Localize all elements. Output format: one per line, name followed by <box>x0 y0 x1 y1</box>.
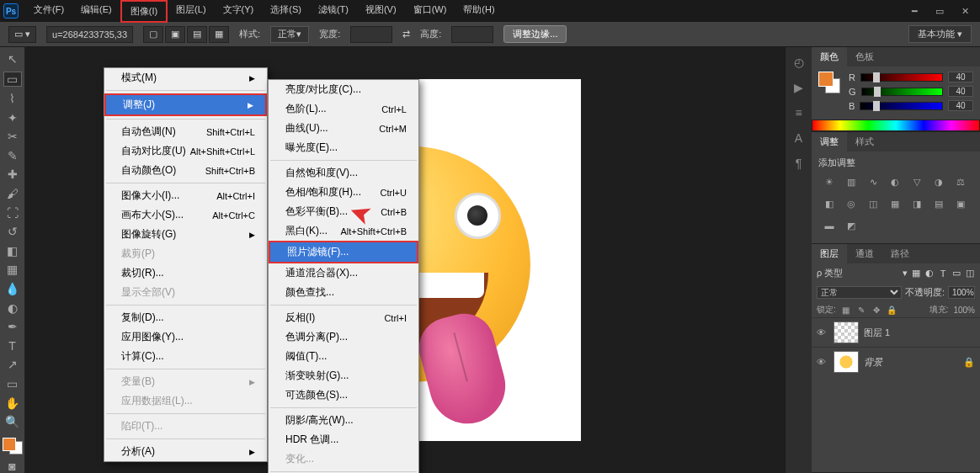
stamp-tool[interactable]: ⛶ <box>3 205 22 220</box>
photofilter-icon[interactable]: ◎ <box>844 196 859 211</box>
opacity-value[interactable]: 100% <box>948 286 975 299</box>
styles-tab[interactable]: 样式 <box>847 132 882 151</box>
blend-mode-select[interactable]: 正常 <box>817 286 902 299</box>
adjust-filter-icon[interactable]: ◐ <box>924 268 935 279</box>
menu-layer[interactable]: 图层(L) <box>168 0 214 23</box>
type-tool[interactable]: T <box>3 339 22 353</box>
poster-icon[interactable]: ▤ <box>931 196 946 211</box>
mixer-icon[interactable]: ◫ <box>865 196 881 211</box>
brush-tool[interactable]: 🖌 <box>3 187 22 201</box>
width-input[interactable] <box>350 26 392 43</box>
menu-help[interactable]: 帮助(H) <box>455 0 503 23</box>
spectrum-bar[interactable] <box>812 120 980 131</box>
menu-auto-tone[interactable]: 自动色调(N)Shift+Ctrl+L <box>104 122 267 141</box>
gradient-tool[interactable]: ▦ <box>3 263 22 277</box>
exposure-icon[interactable]: ◐ <box>887 174 903 189</box>
crop-tool[interactable]: ✂ <box>3 130 22 144</box>
adj-vibrance[interactable]: 自然饱和度(V)... <box>269 163 418 183</box>
g-slider[interactable] <box>861 88 943 96</box>
workspace-switcher[interactable]: 基本功能 ▾ <box>908 25 972 43</box>
invert-icon[interactable]: ◨ <box>909 196 924 211</box>
r-value[interactable] <box>948 72 973 82</box>
channels-tab[interactable]: 通道 <box>847 244 882 263</box>
type-filter-icon[interactable]: T <box>938 268 948 279</box>
pixel-filter-icon[interactable]: ▦ <box>911 268 921 279</box>
zoom-tool[interactable]: 🔍 <box>3 415 22 429</box>
curves-icon[interactable]: ∿ <box>865 174 881 189</box>
balance-icon[interactable]: ⚖ <box>953 174 968 189</box>
lock-pixels-icon[interactable]: ✎ <box>856 305 866 315</box>
menu-edit[interactable]: 编辑(E) <box>72 0 120 23</box>
dodge-tool[interactable]: ◐ <box>3 300 22 315</box>
menu-rotate[interactable]: 图像旋转(G)▶ <box>104 225 267 244</box>
adjustments-tab[interactable]: 调整 <box>812 132 847 151</box>
menu-text[interactable]: 文字(Y) <box>215 0 263 23</box>
selection-add[interactable]: ▣ <box>165 26 185 43</box>
hand-tool[interactable]: ✋ <box>3 396 22 410</box>
adj-threshold[interactable]: 阈值(T)... <box>269 347 418 366</box>
vibrance-icon[interactable]: ▽ <box>909 174 924 189</box>
smart-filter-icon[interactable]: ◫ <box>965 268 975 279</box>
paragraph-panel-icon[interactable]: ¶ <box>791 155 807 172</box>
menu-filter[interactable]: 滤镜(T) <box>310 0 357 23</box>
menu-file[interactable]: 文件(F) <box>25 0 72 23</box>
actions-panel-icon[interactable]: ▶ <box>791 79 807 96</box>
character-panel-icon[interactable]: A <box>791 130 807 146</box>
fill-value[interactable]: 100% <box>953 306 975 315</box>
menu-window[interactable]: 窗口(W) <box>405 0 455 23</box>
eraser-tool[interactable]: ◧ <box>3 243 22 258</box>
eyedropper-tool[interactable]: ✎ <box>3 148 22 162</box>
lock-trans-icon[interactable]: ▦ <box>841 305 851 315</box>
selection-sub[interactable]: ▤ <box>187 26 207 43</box>
menu-calculations[interactable]: 计算(C)... <box>104 347 267 366</box>
threshold-icon[interactable]: ▣ <box>953 196 968 211</box>
adj-hdr[interactable]: HDR 色调... <box>269 430 418 449</box>
selection-int[interactable]: ▦ <box>209 26 229 43</box>
shape-tool[interactable]: ▭ <box>3 377 22 391</box>
menu-analysis[interactable]: 分析(A)▶ <box>104 442 267 461</box>
history-panel-icon[interactable]: ◴ <box>791 54 807 71</box>
menu-auto-color[interactable]: 自动颜色(O)Shift+Ctrl+B <box>104 161 267 180</box>
lasso-tool[interactable]: ⌇ <box>3 92 22 106</box>
menu-select[interactable]: 选择(S) <box>262 0 310 23</box>
lock-all-icon[interactable]: 🔒 <box>887 305 897 315</box>
adj-poster[interactable]: 色调分离(P)... <box>269 327 418 347</box>
menu-image[interactable]: 图像(I) <box>120 0 168 23</box>
b-slider[interactable] <box>860 102 943 110</box>
adj-photo-filter[interactable]: 照片滤镜(F)... <box>269 241 418 263</box>
refine-edge-button[interactable]: 调整边缘... <box>503 25 567 43</box>
g-value[interactable] <box>948 86 973 97</box>
style-dropdown[interactable]: 正常 ▾ <box>270 26 309 43</box>
adj-gradmap[interactable]: 渐变映射(G)... <box>269 366 418 385</box>
layer-name-1[interactable]: 图层 1 <box>864 327 890 339</box>
menu-image-size[interactable]: 图像大小(I)...Alt+Ctrl+I <box>104 186 267 205</box>
selection-new[interactable]: ▢ <box>143 26 163 43</box>
move-tool[interactable]: ↖ <box>3 52 22 66</box>
properties-panel-icon[interactable]: ≡ <box>791 104 807 121</box>
menu-apply-image[interactable]: 应用图像(Y)... <box>104 327 267 347</box>
height-input[interactable] <box>451 26 493 43</box>
menu-auto-contrast[interactable]: 自动对比度(U)Alt+Shift+Ctrl+L <box>104 141 267 161</box>
adj-shadows[interactable]: 阴影/高光(W)... <box>269 411 418 430</box>
adj-levels[interactable]: 色阶(L)...Ctrl+L <box>269 99 418 119</box>
menu-adjustments[interactable]: 调整(J)▶ <box>104 93 267 116</box>
blur-tool[interactable]: 💧 <box>3 282 22 296</box>
marquee-tool[interactable]: ▭ <box>3 72 22 87</box>
menu-trim[interactable]: 裁切(R)... <box>104 263 267 283</box>
menu-duplicate[interactable]: 复制(D)... <box>104 308 267 327</box>
adj-selective[interactable]: 可选颜色(S)... <box>269 385 418 405</box>
visibility-icon[interactable]: 👁 <box>817 357 828 367</box>
selective-icon[interactable]: ◩ <box>844 218 859 233</box>
b-value[interactable] <box>948 100 973 111</box>
window-minimize[interactable]: ━ <box>903 3 926 19</box>
heal-tool[interactable]: ✚ <box>3 167 22 182</box>
path-tool[interactable]: ↗ <box>3 358 22 372</box>
color-swatches[interactable] <box>3 438 23 454</box>
lock-pos-icon[interactable]: ✥ <box>871 305 881 315</box>
history-brush-tool[interactable]: ↺ <box>3 225 22 239</box>
adj-invert[interactable]: 反相(I)Ctrl+I <box>269 308 418 327</box>
lookup-icon[interactable]: ▦ <box>887 196 903 211</box>
menu-mode[interactable]: 模式(M)▶ <box>104 68 267 88</box>
adj-exposure[interactable]: 曝光度(E)... <box>269 138 418 157</box>
layer-filter-kind[interactable]: ρ 类型 <box>817 267 843 279</box>
